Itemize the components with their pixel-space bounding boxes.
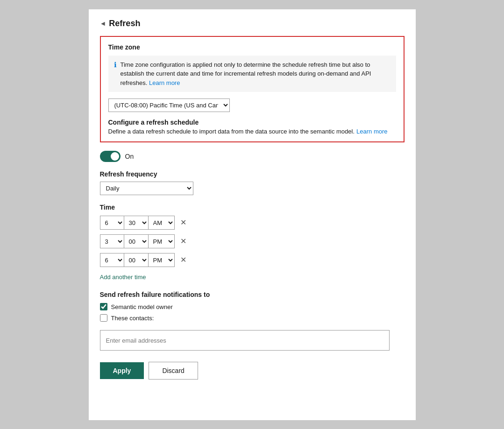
time-label: Time xyxy=(100,204,405,211)
learn-more-link-2[interactable]: Learn more xyxy=(356,128,387,135)
semantic-owner-checkbox[interactable] xyxy=(100,303,107,310)
page-title-text: Refresh xyxy=(109,19,140,28)
time-row-3: 6 12345 789101112 00 153045 PM AM ✕ xyxy=(100,253,405,267)
frequency-label: Refresh frequency xyxy=(100,170,405,178)
page-title: ◄ Refresh xyxy=(100,19,405,28)
time-1-ampm[interactable]: AM PM xyxy=(149,216,175,230)
semantic-owner-row: Semantic model owner xyxy=(100,303,405,310)
remove-time-2-button[interactable]: ✕ xyxy=(178,237,188,246)
info-text: Time zone configuration is applied not o… xyxy=(121,60,390,88)
add-another-time-link[interactable]: Add another time xyxy=(100,274,146,281)
remove-time-1-button[interactable]: ✕ xyxy=(178,218,188,227)
time-row-1: 6 12345 789101112 30 001545 AM PM ✕ xyxy=(100,216,405,230)
time-1-hour[interactable]: 6 12345 789101112 xyxy=(100,216,124,230)
schedule-desc-text: Define a data refresh schedule to import… xyxy=(108,128,355,135)
info-icon: ℹ xyxy=(114,61,117,69)
schedule-desc: Define a data refresh schedule to import… xyxy=(108,128,396,135)
time-2-hour[interactable]: 3 12456 789101112 xyxy=(100,234,124,248)
time-3-hour[interactable]: 6 12345 789101112 xyxy=(100,253,124,267)
notifications-title: Send refresh failure notifications to xyxy=(100,291,405,298)
schedule-title: Configure a refresh schedule xyxy=(108,119,396,126)
apply-button[interactable]: Apply xyxy=(100,362,144,379)
button-row: Apply Discard xyxy=(100,362,405,380)
discard-button[interactable]: Discard xyxy=(149,362,198,380)
time-2-ampm[interactable]: PM AM xyxy=(149,234,175,248)
time-3-minute[interactable]: 00 153045 xyxy=(124,253,149,267)
toggle-label: On xyxy=(125,153,134,160)
email-input[interactable] xyxy=(100,330,390,351)
timezone-section: Time zone ℹ Time zone configuration is a… xyxy=(100,36,405,143)
time-2-minute[interactable]: 00 153045 xyxy=(124,234,149,248)
timezone-select[interactable]: (UTC-08:00) Pacific Time (US and Can xyxy=(108,98,230,112)
time-row-2: 3 12456 789101112 00 153045 PM AM ✕ xyxy=(100,234,405,248)
frequency-select[interactable]: Daily Weekly xyxy=(100,182,193,195)
timezone-title: Time zone xyxy=(108,43,396,51)
time-3-ampm[interactable]: PM AM xyxy=(149,253,175,267)
remove-time-3-button[interactable]: ✕ xyxy=(178,255,188,265)
learn-more-link-1[interactable]: Learn more xyxy=(149,79,180,86)
these-contacts-checkbox[interactable] xyxy=(100,314,107,322)
collapse-icon: ◄ xyxy=(100,20,106,27)
these-contacts-row: These contacts: xyxy=(100,314,405,322)
info-banner: ℹ Time zone configuration is applied not… xyxy=(108,56,396,92)
these-contacts-label[interactable]: These contacts: xyxy=(111,315,154,322)
semantic-owner-label[interactable]: Semantic model owner xyxy=(111,303,173,310)
toggle-row: On xyxy=(100,151,405,162)
refresh-toggle[interactable] xyxy=(100,151,121,162)
time-1-minute[interactable]: 30 001545 xyxy=(124,216,149,230)
